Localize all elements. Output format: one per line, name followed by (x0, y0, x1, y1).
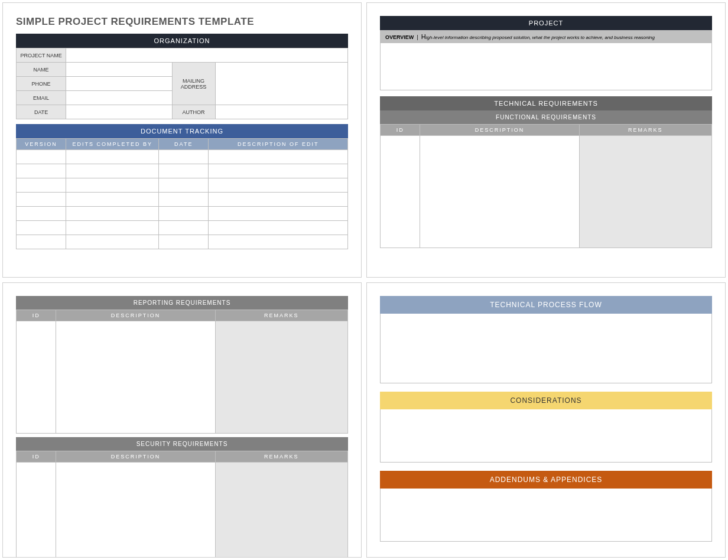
col-remarks: REMARKS (579, 125, 711, 136)
col-description: DESCRIPTION (420, 125, 579, 136)
label-author: AUTHOR (172, 105, 215, 119)
process-flow-header: TECHNICAL PROCESS FLOW (380, 296, 712, 314)
col-remarks: REMARKS (215, 451, 347, 463)
col-description: DESCRIPTION (56, 310, 215, 321)
overview-label: OVERVIEW (385, 34, 414, 40)
table-row[interactable] (17, 321, 348, 434)
label-project-name: PROJECT NAME (17, 48, 66, 63)
overview-bar: OVERVIEW | High-level information descri… (380, 30, 712, 43)
table-row[interactable] (17, 150, 348, 164)
addendums-content[interactable] (380, 489, 712, 542)
page-1: SIMPLE PROJECT REQUIREMENTS TEMPLATE ORG… (2, 2, 362, 278)
input-project-name[interactable] (66, 48, 348, 63)
table-row[interactable] (17, 178, 348, 193)
considerations-content[interactable] (380, 409, 712, 463)
overview-firstchar: H (421, 33, 426, 40)
col-id: ID (17, 451, 56, 463)
col-id: ID (381, 125, 420, 136)
table-row[interactable] (17, 193, 348, 207)
security-req-table: ID DESCRIPTION REMARKS (16, 451, 348, 558)
tracking-header: DOCUMENT TRACKING (16, 124, 348, 138)
col-description: DESCRIPTION (56, 451, 215, 463)
security-req-header: SECURITY REQUIREMENTS (16, 437, 348, 451)
label-name: NAME (17, 63, 66, 77)
tracking-table: VERSION EDITS COMPLETED BY DATE DESCRIPT… (16, 138, 348, 249)
organization-table: PROJECT NAME NAME MAILING ADDRESS PHONE … (16, 48, 348, 119)
input-phone[interactable] (66, 77, 173, 91)
input-author[interactable] (215, 105, 347, 119)
organization-header: ORGANIZATION (16, 34, 348, 48)
table-row[interactable] (17, 221, 348, 235)
col-date: DATE (159, 139, 209, 150)
label-phone: PHONE (17, 77, 66, 91)
label-mailing-address: MAILING ADDRESS (172, 63, 215, 105)
table-row[interactable] (17, 207, 348, 221)
process-flow-content[interactable] (380, 314, 712, 383)
reporting-req-header: REPORTING REQUIREMENTS (16, 296, 348, 310)
col-id: ID (17, 310, 56, 321)
label-email: EMAIL (17, 91, 66, 105)
label-date: DATE (17, 105, 66, 119)
input-date[interactable] (66, 105, 173, 119)
addendums-header: ADDENDUMS & APPENDICES (380, 471, 712, 489)
template-title: SIMPLE PROJECT REQUIREMENTS TEMPLATE (16, 16, 348, 28)
considerations-header: CONSIDERATIONS (380, 392, 712, 409)
input-email[interactable] (66, 91, 173, 105)
tech-req-header: TECHNICAL REQUIREMENTS (380, 96, 712, 110)
functional-req-table: ID DESCRIPTION REMARKS (380, 124, 712, 248)
col-desc: DESCRIPTION OF EDIT (209, 139, 348, 150)
overview-content[interactable] (380, 43, 712, 90)
table-row[interactable] (381, 136, 712, 248)
col-edits-by: EDITS COMPLETED BY (66, 139, 159, 150)
table-row[interactable] (17, 235, 348, 249)
func-req-header: FUNCTIONAL REQUIREMENTS (380, 110, 712, 124)
input-name[interactable] (66, 63, 173, 77)
page-4: TECHNICAL PROCESS FLOW CONSIDERATIONS AD… (366, 282, 726, 558)
input-mailing-address[interactable] (215, 63, 347, 105)
project-header: PROJECT (380, 16, 712, 30)
table-row[interactable] (17, 164, 348, 178)
reporting-req-table: ID DESCRIPTION REMARKS (16, 310, 348, 434)
page-2: PROJECT OVERVIEW | High-level informatio… (366, 2, 726, 278)
col-version: VERSION (17, 139, 66, 150)
col-remarks: REMARKS (215, 310, 347, 321)
overview-text: igh-level information describing propose… (426, 35, 655, 40)
page-3: REPORTING REQUIREMENTS ID DESCRIPTION RE… (2, 282, 362, 558)
table-row[interactable] (17, 463, 348, 558)
